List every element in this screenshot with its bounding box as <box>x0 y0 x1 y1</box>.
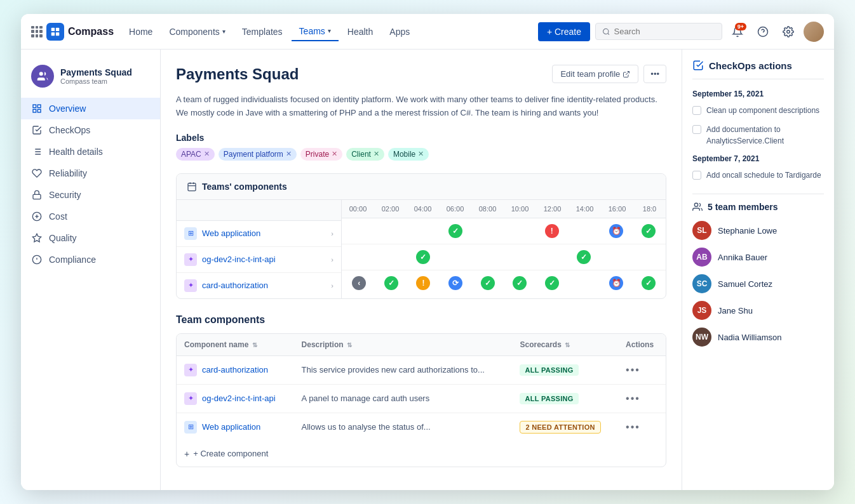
team-icon <box>37 70 48 82</box>
teams-chevron: ▾ <box>328 27 331 34</box>
label-private[interactable]: Private ✕ <box>300 148 342 161</box>
page-actions: Edit team profile ••• <box>552 65 666 83</box>
team-name: Payments Squad <box>60 67 132 77</box>
members-icon <box>692 202 703 212</box>
checkops-checkbox-3[interactable] <box>692 171 701 180</box>
team-description: A team of rugged individualists focused … <box>176 93 659 120</box>
member-avatar-4: JS <box>692 301 711 320</box>
help-button[interactable] <box>753 22 773 42</box>
comp-link-webapp[interactable]: Web application <box>202 422 260 432</box>
col-description[interactable]: Description ⇅ <box>294 334 513 356</box>
status-green: ✓ <box>384 276 398 290</box>
nav-components[interactable]: Components ▾ <box>161 23 232 41</box>
desc-og-dev: A panel to manage card auth users <box>302 394 430 403</box>
member-name-3: Samuel Cortez <box>718 279 772 289</box>
sidebar-item-compliance[interactable]: Compliance <box>21 249 160 270</box>
sidebar-item-health-details[interactable]: Health details <box>21 141 160 162</box>
scorecard-webapp: 2 NEED ATTENTION <box>520 421 600 434</box>
remove-label-client[interactable]: ✕ <box>374 150 379 158</box>
timeline-row-3: ‹ ✓ ! ⟳ ✓ ✓ ✓ ⏰ ✓ <box>342 270 666 296</box>
label-mobile[interactable]: Mobile ✕ <box>388 148 429 161</box>
status-green: ✓ <box>448 224 462 238</box>
nav-teams[interactable]: Teams ▾ <box>292 22 339 41</box>
timeline-row-2: ✓ ✓ <box>342 244 666 270</box>
sidebar-item-reliability[interactable]: Reliability <box>21 162 160 184</box>
checkops-date-1: September 15, 2021 <box>692 90 824 98</box>
notification-badge: 9+ <box>735 23 746 30</box>
comp-link-og-dev[interactable]: og-dev2-inc-t-int-api <box>202 394 276 403</box>
search-input[interactable] <box>614 27 715 36</box>
sidebar-item-overview[interactable]: Overview <box>21 98 160 119</box>
timeline-row-card[interactable]: ✦ card-authorization › <box>177 273 341 298</box>
timeline-row-webapp[interactable]: ⊞ Web application › <box>177 221 341 247</box>
checkops-checkbox-1[interactable] <box>692 106 701 115</box>
app-logo[interactable]: Compass <box>31 23 114 41</box>
sidebar-item-quality[interactable]: Quality <box>21 227 160 249</box>
nav-home[interactable]: Home <box>121 23 160 41</box>
settings-button[interactable] <box>778 22 798 42</box>
create-button[interactable]: + Create <box>538 22 590 41</box>
member-row: SC Samuel Cortez <box>692 274 824 293</box>
nav-apps[interactable]: Apps <box>382 23 417 41</box>
svg-rect-19 <box>33 194 41 199</box>
card-icon: ✦ <box>184 279 197 292</box>
remove-label-mobile[interactable]: ✕ <box>418 150 424 158</box>
sort-indicator: ⇅ <box>252 342 257 348</box>
user-avatar[interactable] <box>804 22 824 42</box>
actions-webapp[interactable]: ••• <box>626 421 640 432</box>
comp-link-card-auth[interactable]: card-authorization <box>202 365 268 375</box>
col-scorecards[interactable]: Scorecards ⇅ <box>512 334 618 356</box>
timeline-section: Teams' components ⊞ Web application › ✦ … <box>176 173 666 299</box>
svg-rect-2 <box>51 32 55 35</box>
main-content: Payments Squad Edit team profile ••• A t… <box>161 50 682 490</box>
remove-label-apac[interactable]: ✕ <box>204 150 210 158</box>
team-header: Payments Squad Compass team <box>21 60 160 98</box>
more-actions-button[interactable]: ••• <box>643 65 666 83</box>
label-client[interactable]: Client ✕ <box>346 148 384 161</box>
status-orange: ! <box>416 276 430 290</box>
components-table-wrapper: Component name ⇅ Description ⇅ Scorecard… <box>176 333 666 467</box>
webapp-table-icon: ⊞ <box>184 421 197 434</box>
comp-name-cell-1: ✦ card-authorization <box>184 364 286 376</box>
comp-name-cell-2: ✦ og-dev2-inc-t-int-api <box>184 392 286 405</box>
sidebar-nav: Overview CheckOps Health details <box>21 98 160 270</box>
timeline-row-api[interactable]: ✦ og-dev2-inc-t-int-api › <box>177 247 341 273</box>
svg-rect-12 <box>33 109 36 112</box>
col-actions: Actions <box>618 334 666 356</box>
remove-label-private[interactable]: ✕ <box>332 150 337 158</box>
sort-indicator: ⇅ <box>347 342 352 348</box>
create-component-link[interactable]: + + Create component <box>177 441 666 467</box>
label-apac[interactable]: APAC ✕ <box>176 148 215 161</box>
health-details-icon <box>31 146 43 157</box>
team-members-section: 5 team members SL Stephanie Lowe AB Anni… <box>692 194 824 347</box>
checkops-checkbox-2[interactable] <box>692 125 701 134</box>
timeline-names: ⊞ Web application › ✦ og-dev2-inc-t-int-… <box>177 200 342 298</box>
svg-point-8 <box>39 72 43 76</box>
top-nav: Compass Home Components ▾ Templates Team… <box>21 14 834 50</box>
svg-rect-1 <box>56 27 59 30</box>
sidebar-item-security[interactable]: Security <box>21 184 160 206</box>
svg-rect-0 <box>51 27 55 30</box>
quality-icon <box>31 232 43 244</box>
member-row: JS Jane Shu <box>692 301 824 320</box>
desc-webapp: Allows us to analyse the status of... <box>302 422 431 432</box>
actions-og-dev[interactable]: ••• <box>626 393 640 404</box>
member-avatar-5: NW <box>692 328 711 347</box>
sidebar-item-checkops[interactable]: CheckOps <box>21 119 160 141</box>
notifications-button[interactable]: 9+ <box>727 22 748 42</box>
sidebar-item-cost[interactable]: Cost <box>21 206 160 227</box>
actions-card-auth[interactable]: ••• <box>626 364 640 375</box>
remove-label-payment[interactable]: ✕ <box>286 150 292 158</box>
timeline-title: Teams' components <box>202 182 287 192</box>
nav-templates[interactable]: Templates <box>234 23 290 41</box>
col-component-name[interactable]: Component name ⇅ <box>177 334 294 356</box>
edit-profile-button[interactable]: Edit team profile <box>552 65 638 83</box>
labels-heading: Labels <box>176 133 666 143</box>
member-name-5: Nadia Williamson <box>718 333 781 342</box>
svg-point-7 <box>787 30 790 33</box>
status-blue: ⏰ <box>609 276 623 290</box>
label-payment-platform[interactable]: Payment platform ✕ <box>219 148 297 161</box>
search-box[interactable] <box>595 23 722 40</box>
timeline-time-labels: 00:00 02:00 04:00 06:00 08:00 10:00 12:0… <box>342 200 666 218</box>
nav-health[interactable]: Health <box>340 23 380 41</box>
